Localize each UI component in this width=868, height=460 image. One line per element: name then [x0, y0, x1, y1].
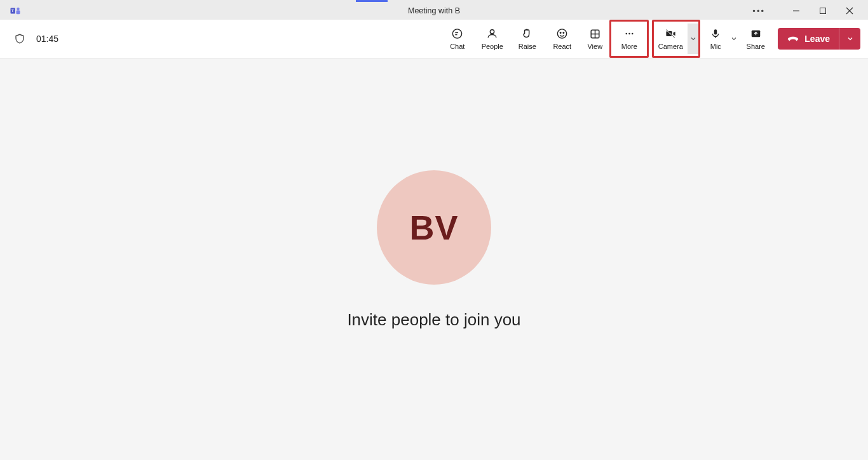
raise-label: Raise: [519, 43, 536, 50]
share-label: Share: [747, 43, 765, 50]
leave-options-chevron[interactable]: [839, 28, 860, 50]
people-label: People: [482, 43, 503, 50]
view-icon: [589, 28, 601, 40]
minimize-button[interactable]: [792, 6, 801, 15]
leave-label: Leave: [804, 34, 830, 44]
people-button[interactable]: People: [475, 24, 510, 54]
svg-rect-5: [820, 8, 826, 14]
react-icon: [556, 28, 568, 40]
window-title: Meeting with B: [408, 6, 460, 15]
teams-logo-icon: T: [9, 4, 22, 17]
svg-point-1: [17, 8, 20, 11]
more-window-icon[interactable]: •••: [752, 6, 765, 16]
react-label: React: [553, 43, 571, 50]
meeting-timer: 01:45: [36, 34, 58, 44]
leave-icon: [787, 34, 799, 43]
shield-icon[interactable]: [14, 33, 25, 44]
share-button[interactable]: Share: [740, 24, 771, 54]
toolbar-left: 01:45: [14, 33, 58, 44]
title-bar: T Meeting with B •••: [0, 0, 868, 20]
react-button[interactable]: React: [545, 24, 580, 54]
svg-point-8: [453, 29, 462, 38]
camera-button[interactable]: Camera: [653, 24, 688, 54]
svg-point-13: [560, 32, 562, 34]
leave-button[interactable]: Leave: [778, 28, 839, 50]
share-icon: [750, 28, 762, 40]
chat-label: Chat: [450, 43, 465, 50]
leave-group: Leave: [778, 28, 860, 50]
view-button[interactable]: View: [580, 24, 610, 54]
more-label: More: [621, 43, 637, 50]
invite-text: Invite people to join you: [347, 310, 520, 330]
chat-icon: [451, 28, 463, 40]
mic-label: Mic: [710, 43, 721, 50]
svg-point-18: [625, 33, 627, 35]
more-button[interactable]: More: [610, 24, 648, 54]
svg-point-14: [563, 32, 564, 34]
more-icon: [623, 28, 635, 40]
close-button[interactable]: [845, 6, 854, 15]
raise-button[interactable]: Raise: [510, 24, 545, 54]
svg-point-20: [632, 33, 634, 35]
title-accent: [356, 0, 388, 2]
mic-icon: [710, 28, 722, 40]
svg-point-11: [491, 30, 494, 34]
camera-options-chevron[interactable]: [688, 24, 699, 54]
meeting-toolbar: 01:45 Chat People Raise React: [0, 20, 868, 58]
camera-label: Camera: [658, 43, 683, 50]
svg-rect-24: [714, 29, 717, 34]
mic-button[interactable]: Mic: [703, 24, 728, 54]
raise-hand-icon: [521, 28, 533, 40]
svg-text:T: T: [11, 9, 14, 13]
svg-point-19: [628, 33, 630, 35]
window-controls: •••: [752, 2, 868, 20]
maximize-button[interactable]: [818, 6, 827, 15]
camera-off-icon: [665, 28, 677, 40]
people-icon: [486, 28, 498, 40]
participant-avatar: BV: [377, 170, 491, 285]
svg-rect-2: [17, 10, 20, 14]
chat-button[interactable]: Chat: [440, 24, 475, 54]
toolbar-right: Chat People Raise React View: [440, 20, 860, 58]
view-label: View: [587, 43, 602, 50]
mic-options-chevron[interactable]: [728, 24, 740, 54]
meeting-stage: BV Invite people to join you: [0, 58, 868, 460]
avatar-initials: BV: [409, 208, 458, 247]
svg-point-12: [558, 29, 567, 38]
